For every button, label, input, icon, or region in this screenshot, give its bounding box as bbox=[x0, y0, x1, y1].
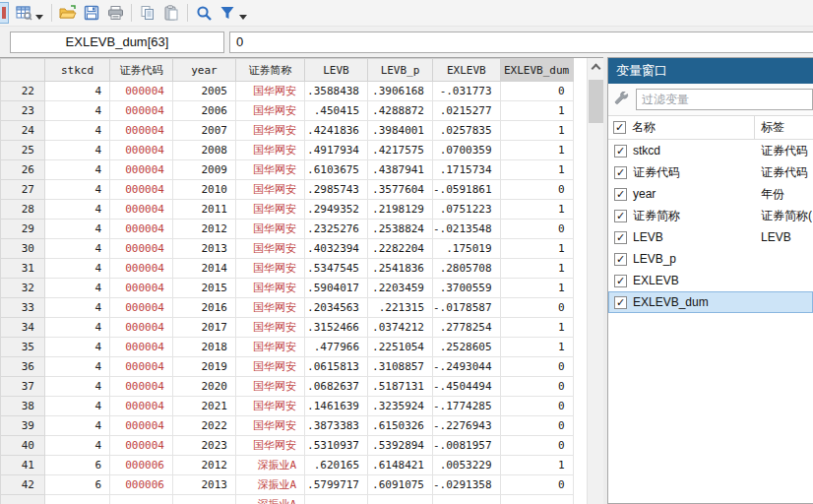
cell-dum[interactable]: 0 bbox=[500, 298, 573, 318]
cell-code[interactable]: 000004 bbox=[110, 82, 173, 101]
cell-levb[interactable] bbox=[305, 495, 368, 504]
cell-year[interactable] bbox=[173, 495, 236, 504]
cell-levb[interactable]: .5310937 bbox=[305, 436, 368, 456]
cell-levb[interactable]: .2949352 bbox=[305, 200, 368, 220]
cell-dum[interactable]: 0 bbox=[500, 475, 573, 495]
cell-year[interactable]: 2020 bbox=[173, 377, 236, 397]
variable-row-EXLEVB_dum[interactable]: ✓EXLEVB_dum bbox=[608, 291, 813, 313]
cell-stkcd[interactable]: 4 bbox=[45, 338, 110, 357]
cell-levb_p[interactable]: .6091075 bbox=[368, 475, 433, 495]
cell-code[interactable]: 000004 bbox=[110, 101, 173, 121]
variable-row-证券代码[interactable]: ✓证券代码证券代码 bbox=[608, 161, 813, 183]
cell-levb_p[interactable]: .2538824 bbox=[368, 220, 433, 239]
grid-vertical-scrollbar[interactable] bbox=[587, 58, 603, 504]
row-number[interactable]: 40 bbox=[1, 436, 45, 456]
cell-exlevb[interactable]: -.2493044 bbox=[433, 357, 501, 377]
cell-stkcd[interactable]: 4 bbox=[45, 259, 110, 279]
row-number[interactable]: 35 bbox=[1, 338, 45, 357]
cell-name[interactable]: 国华网安 bbox=[236, 338, 305, 357]
cell-exlevb[interactable]: -.031773 bbox=[433, 82, 501, 101]
cell-levb[interactable]: .4917934 bbox=[305, 141, 368, 160]
variables-header-name[interactable]: ✓ 名称 bbox=[608, 119, 754, 136]
variable-row-LEVB_p[interactable]: ✓LEVB_p bbox=[608, 248, 813, 270]
row-number[interactable] bbox=[1, 495, 45, 504]
cell-year[interactable]: 2012 bbox=[173, 220, 236, 239]
cell-exlevb[interactable]: -.0081957 bbox=[433, 436, 501, 456]
variable-row-year[interactable]: ✓year年份 bbox=[608, 183, 813, 205]
cell-exlevb[interactable]: .0257835 bbox=[433, 121, 501, 141]
cell-levb_p[interactable]: .2541836 bbox=[368, 259, 433, 279]
cell-name[interactable]: 国华网安 bbox=[236, 121, 305, 141]
cell-name[interactable]: 国华网安 bbox=[236, 298, 305, 318]
cell-year[interactable]: 2023 bbox=[173, 436, 236, 456]
cell-levb_p[interactable]: .6148421 bbox=[368, 456, 433, 475]
cell-year[interactable]: 2016 bbox=[173, 298, 236, 318]
cell-year[interactable]: 2017 bbox=[173, 318, 236, 338]
cell-stkcd[interactable]: 4 bbox=[45, 82, 110, 101]
cell-exlevb[interactable]: .2778254 bbox=[433, 318, 501, 338]
cell-name[interactable]: 国华网安 bbox=[236, 141, 305, 160]
cell-levb[interactable]: .620165 bbox=[305, 456, 368, 475]
cell-name[interactable]: 国华网安 bbox=[236, 239, 305, 259]
scrollbar-up-button[interactable] bbox=[588, 58, 603, 75]
cell-stkcd[interactable] bbox=[45, 495, 110, 504]
cell-exlevb[interactable]: .0700359 bbox=[433, 141, 501, 160]
cell-levb_p[interactable]: .5187131 bbox=[368, 377, 433, 397]
cell-levb[interactable]: .450415 bbox=[305, 101, 368, 121]
cell-code[interactable]: 000004 bbox=[110, 298, 173, 318]
row-number[interactable]: 41 bbox=[1, 456, 45, 475]
cell-levb[interactable]: .6103675 bbox=[305, 160, 368, 180]
cell-levb_p[interactable]: .4217575 bbox=[368, 141, 433, 160]
cell-name[interactable]: 国华网安 bbox=[236, 101, 305, 121]
cell-exlevb[interactable]: .2528605 bbox=[433, 338, 501, 357]
cell-name[interactable]: 国华网安 bbox=[236, 279, 305, 298]
row-number[interactable]: 31 bbox=[1, 259, 45, 279]
find-button[interactable] bbox=[192, 2, 216, 24]
cell-dum[interactable]: 1 bbox=[500, 141, 573, 160]
cell-levb_p[interactable]: .2251054 bbox=[368, 338, 433, 357]
cell-stkcd[interactable]: 4 bbox=[45, 200, 110, 220]
row-number[interactable]: 39 bbox=[1, 416, 45, 436]
cell-levb[interactable]: .0682637 bbox=[305, 377, 368, 397]
cell-year[interactable]: 2013 bbox=[173, 239, 236, 259]
cell-dum[interactable]: 0 bbox=[500, 82, 573, 101]
variable-checkbox[interactable]: ✓ bbox=[614, 145, 627, 158]
column-header-code[interactable]: 证券代码 bbox=[110, 59, 173, 82]
cell-value-box[interactable]: 0 bbox=[229, 32, 813, 53]
cell-stkcd[interactable]: 4 bbox=[45, 239, 110, 259]
cell-levb_p[interactable]: .3577604 bbox=[368, 180, 433, 200]
row-number[interactable]: 30 bbox=[1, 239, 45, 259]
cell-exlevb[interactable]: .1715734 bbox=[433, 160, 501, 180]
cell-exlevb[interactable]: -.0291358 bbox=[433, 475, 501, 495]
cell-name[interactable]: 深振业A bbox=[236, 495, 305, 504]
column-header-name[interactable]: 证券简称 bbox=[236, 59, 305, 82]
variable-row-stkcd[interactable]: ✓stkcd证券代码 bbox=[608, 140, 813, 161]
cell-levb_p[interactable]: .3235924 bbox=[368, 397, 433, 416]
cell-levb[interactable]: .1461639 bbox=[305, 397, 368, 416]
row-number[interactable]: 29 bbox=[1, 220, 45, 239]
row-number[interactable]: 32 bbox=[1, 279, 45, 298]
cell-code[interactable]: 000006 bbox=[110, 456, 173, 475]
paste-button[interactable] bbox=[159, 2, 183, 24]
cell-code[interactable]: 000004 bbox=[110, 377, 173, 397]
cell-levb_p[interactable]: .2198129 bbox=[368, 200, 433, 220]
cell-stkcd[interactable]: 4 bbox=[45, 121, 110, 141]
row-number[interactable]: 38 bbox=[1, 397, 45, 416]
row-number[interactable]: 27 bbox=[1, 180, 45, 200]
variable-checkbox[interactable]: ✓ bbox=[614, 296, 627, 309]
cell-dum[interactable]: 1 bbox=[500, 259, 573, 279]
cell-stkcd[interactable]: 4 bbox=[45, 279, 110, 298]
cell-exlevb[interactable]: .2805708 bbox=[433, 259, 501, 279]
cell-stkcd[interactable]: 4 bbox=[45, 160, 110, 180]
column-header-dum[interactable]: EXLEVB_dum bbox=[500, 59, 573, 82]
cell-year[interactable]: 2019 bbox=[173, 357, 236, 377]
cell-name[interactable]: 国华网安 bbox=[236, 82, 305, 101]
cell-code[interactable]: 000004 bbox=[110, 239, 173, 259]
row-number[interactable]: 23 bbox=[1, 101, 45, 121]
cell-code[interactable]: 000004 bbox=[110, 200, 173, 220]
cell-year[interactable]: 2021 bbox=[173, 397, 236, 416]
cell-name[interactable]: 国华网安 bbox=[236, 220, 305, 239]
cell-stkcd[interactable]: 6 bbox=[45, 456, 110, 475]
cell-levb_p[interactable] bbox=[368, 495, 433, 504]
cell-name[interactable]: 深振业A bbox=[236, 475, 305, 495]
